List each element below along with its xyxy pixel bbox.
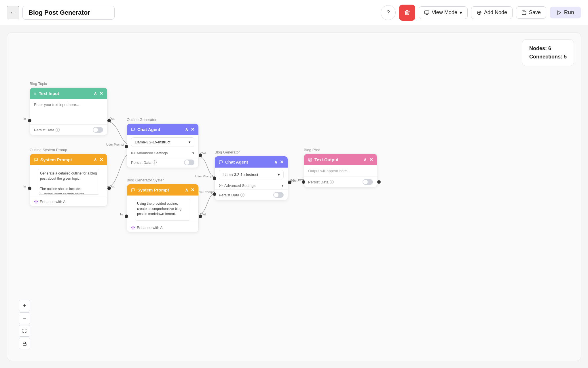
help-icon: ? [387, 9, 390, 16]
blog-system-title: System Prompt [137, 187, 169, 192]
system-prompt-textarea[interactable]: Generate a detailed outline for a blog p… [38, 169, 99, 195]
blog-system-header: System Prompt ∧ ✕ [127, 184, 198, 196]
text-output-persist-info[interactable]: i [330, 180, 334, 184]
text-input-node[interactable]: ≡ Text Input ∧ ✕ Persist Data i [30, 88, 107, 135]
text-output-header: Text Output ∧ ✕ [304, 154, 377, 165]
system-prompt-node-label: Outline System Promp [30, 148, 67, 152]
text-input-persist-info[interactable]: i [56, 128, 60, 132]
outline-chat-advanced-settings[interactable]: Advanced Settings ▾ [127, 149, 198, 157]
system-prompt-enhance-label: Enhance with AI [40, 200, 67, 204]
lock-icon [22, 342, 27, 346]
save-icon [521, 10, 527, 15]
outline-chat-model-arrow: ▾ [189, 140, 191, 144]
blog-system-node[interactable]: System Prompt ∧ ✕ Using the provided out… [127, 184, 199, 232]
outline-chat-node[interactable]: Chat Agent ∧ ✕ Llama-3.2-1b-Instruct ▾ A… [127, 124, 199, 168]
outline-chat-model-select[interactable]: Llama-3.2-1b-Instruct ▾ [131, 137, 194, 147]
nodes-info: Nodes: 6 Connections: 5 [522, 39, 574, 66]
blog-chat-node[interactable]: Chat Agent ∧ ✕ Llama-3.2-1b-Instruct ▾ A… [215, 156, 288, 200]
text-output-node[interactable]: Text Output ∧ ✕ Output will appear here.… [304, 154, 377, 187]
blog-chat-model-arrow: ▾ [278, 172, 280, 177]
run-icon [557, 10, 562, 15]
topbar: ← Blog Post Generator ? View Mode ▾ ⊕ Ad… [0, 0, 588, 25]
text-input-collapse-icon[interactable]: ∧ [94, 91, 97, 96]
zoom-controls: + − [19, 300, 30, 349]
text-output-in-label: In [298, 178, 301, 182]
text-output-close-icon[interactable]: ✕ [369, 157, 373, 162]
system-prompt-out-dot [107, 187, 111, 190]
text-output-placeholder: Output will appear here... [304, 165, 377, 177]
system-prompt-close-icon[interactable]: ✕ [99, 157, 103, 162]
text-input-in-dot [28, 119, 31, 122]
text-input-in-label: In [23, 117, 26, 120]
run-label: Run [564, 10, 574, 16]
outline-chat-title: Chat Agent [137, 127, 160, 132]
blog-system-node-label: Blog Generator Syster [127, 178, 164, 182]
connections-count: Connections: 5 [529, 53, 567, 61]
monitor-icon [424, 10, 429, 15]
system-prompt-in-label: In [23, 185, 26, 188]
system-prompt-node[interactable]: System Prompt ∧ ✕ Generate a detailed ou… [30, 154, 107, 206]
text-input-textarea[interactable] [34, 103, 103, 120]
text-output-in-dot [302, 180, 305, 184]
system-prompt-header: System Prompt ∧ ✕ [30, 154, 107, 165]
workflow-title: Blog Post Generator [22, 6, 115, 20]
outline-chat-node-label: Outline Generator [127, 117, 156, 122]
system-prompt-body: Generate a detailed outline for a blog p… [30, 165, 107, 197]
system-prompt-title: System Prompt [40, 157, 72, 162]
text-output-node-label-container: Blog Post Text Output ∧ ✕ Output will ap… [304, 148, 320, 154]
run-button[interactable]: Run [550, 7, 581, 18]
back-button[interactable]: ← [7, 6, 19, 19]
blog-system-collapse-icon[interactable]: ∧ [185, 187, 188, 193]
system-prompt-enhance-btn[interactable]: Enhance with AI [30, 197, 107, 206]
blog-chat-persist-info[interactable]: i [240, 193, 244, 197]
blog-chat-collapse-icon[interactable]: ∧ [274, 159, 278, 165]
viewmode-arrow: ▾ [460, 10, 462, 16]
blog-system-in-dot [125, 215, 128, 218]
trash-icon [404, 10, 410, 16]
fit-view-button[interactable] [19, 325, 30, 337]
blog-system-textarea[interactable]: Using the provided outline, create a com… [135, 199, 190, 221]
text-input-header: ≡ Text Input ∧ ✕ [30, 88, 107, 99]
text-input-out-dot [107, 119, 111, 122]
zoom-out-button[interactable]: − [19, 312, 30, 324]
delete-button[interactable] [399, 5, 415, 21]
addnode-label: Add Node [484, 10, 507, 16]
system-prompt-icon [34, 158, 38, 162]
help-button[interactable]: ? [381, 5, 396, 20]
canvas: Nodes: 6 Connections: 5 Blog Topic ≡ Tex… [7, 32, 581, 361]
blog-chat-model-select[interactable]: Llama-3.2-1b-Instruct ▾ [219, 170, 284, 179]
text-input-close-icon[interactable]: ✕ [99, 91, 103, 96]
outline-chat-close-icon[interactable]: ✕ [191, 127, 194, 132]
add-node-button[interactable]: ⊕ Add Node [471, 6, 513, 19]
outline-chat-collapse-icon[interactable]: ∧ [185, 127, 188, 132]
blog-chat-close-icon[interactable]: ✕ [280, 159, 284, 165]
lock-button[interactable] [19, 338, 30, 349]
text-input-persist-toggle[interactable] [93, 127, 103, 133]
save-label: Save [529, 10, 541, 16]
text-output-node-label: Blog Post [304, 148, 320, 152]
blog-chat-persist-toggle[interactable] [273, 192, 284, 198]
zoom-in-button[interactable]: + [19, 300, 30, 311]
outline-chat-out-dot [199, 153, 202, 157]
outline-chat-persist-toggle[interactable] [184, 160, 194, 165]
settings-icon [131, 151, 135, 155]
blog-enhance-icon [131, 226, 135, 230]
outline-chat-persist-info[interactable]: i [153, 160, 157, 164]
system-prompt-collapse-icon[interactable]: ∧ [94, 157, 97, 162]
text-input-persist-row: Persist Data i [30, 124, 107, 135]
back-icon: ← [10, 9, 16, 16]
blog-chat-node-label-container: Blog Generator Chat Agent ∧ ✕ Llama-3.2-… [215, 150, 240, 156]
blog-system-close-icon[interactable]: ✕ [191, 187, 194, 193]
blog-chat-model-value: Llama-3.2-1b-Instruct [223, 172, 258, 177]
blog-chat-title: Chat Agent [225, 160, 248, 164]
viewmode-button[interactable]: View Mode ▾ [419, 6, 468, 19]
text-output-collapse-icon[interactable]: ∧ [363, 157, 367, 162]
blog-system-enhance-btn[interactable]: Enhance with AI [127, 223, 198, 232]
save-button[interactable]: Save [516, 6, 546, 19]
outline-chat-advanced-label: Advanced Settings [136, 151, 168, 155]
blog-chat-header: Chat Agent ∧ ✕ [215, 156, 288, 168]
blog-chat-advanced-settings[interactable]: Advanced Settings ▾ [215, 182, 288, 189]
text-output-out-dot [377, 180, 381, 184]
blog-system-enhance-label: Enhance with AI [137, 225, 164, 230]
text-output-persist-toggle[interactable] [363, 179, 373, 185]
